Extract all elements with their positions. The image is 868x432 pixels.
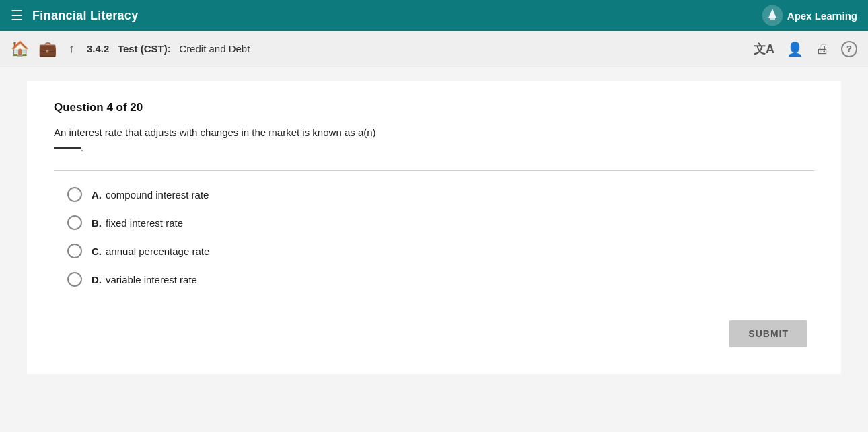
home-icon[interactable]: 🏠 bbox=[11, 40, 29, 58]
second-bar-left: 🏠 💼 ↑ 3.4.2 Test (CST): Credit and Debt bbox=[11, 40, 250, 58]
user-icon[interactable]: 👤 bbox=[787, 41, 803, 57]
submit-row: SUBMIT bbox=[54, 320, 814, 347]
option-d-text: variable interest rate bbox=[106, 274, 197, 285]
print-icon[interactable]: 🖨 bbox=[816, 41, 829, 57]
top-bar-left: ☰ Financial Literacy bbox=[11, 7, 138, 24]
main-content-area: Question 4 of 20 An interest rate that a… bbox=[27, 81, 841, 374]
toolbar-icons: 文A 👤 🖨 ? bbox=[754, 41, 857, 57]
option-b-label: B.fixed interest rate bbox=[92, 217, 183, 229]
option-a-letter: A. bbox=[92, 189, 102, 201]
breadcrumb-separator-icon: ↑ bbox=[69, 42, 75, 56]
question-text: An interest rate that adjusts with chang… bbox=[54, 125, 814, 155]
menu-icon[interactable]: ☰ bbox=[11, 7, 23, 24]
brand-logo: Apex Learning bbox=[762, 5, 857, 26]
period: . bbox=[81, 142, 83, 153]
option-b[interactable]: B.fixed interest rate bbox=[67, 215, 814, 230]
radio-d[interactable] bbox=[67, 272, 82, 287]
question-title: Question 4 of 20 bbox=[54, 101, 814, 114]
option-a[interactable]: A.compound interest rate bbox=[67, 187, 814, 202]
svg-rect-2 bbox=[770, 18, 775, 20]
breadcrumb-label: Test (CST): bbox=[118, 43, 171, 55]
radio-a[interactable] bbox=[67, 187, 82, 202]
option-a-text: compound interest rate bbox=[106, 189, 209, 201]
secondary-navigation-bar: 🏠 💼 ↑ 3.4.2 Test (CST): Credit and Debt … bbox=[0, 31, 868, 67]
option-b-letter: B. bbox=[92, 217, 102, 229]
brand-name: Apex Learning bbox=[787, 10, 857, 22]
breadcrumb-sublabel: Credit and Debt bbox=[179, 43, 250, 55]
option-d-label: D.variable interest rate bbox=[92, 274, 197, 285]
breadcrumb: 3.4.2 Test (CST): Credit and Debt bbox=[87, 43, 250, 55]
option-c-label: C.annual percentage rate bbox=[92, 246, 209, 257]
breadcrumb-section: 3.4.2 bbox=[87, 43, 109, 55]
submit-button[interactable]: SUBMIT bbox=[729, 320, 807, 347]
radio-b[interactable] bbox=[67, 215, 82, 230]
divider bbox=[54, 170, 814, 171]
option-a-label: A.compound interest rate bbox=[92, 189, 209, 201]
apex-logo-icon bbox=[762, 5, 783, 26]
answer-options: A.compound interest rate B.fixed interes… bbox=[54, 187, 814, 287]
blank-line bbox=[54, 147, 81, 149]
option-d-letter: D. bbox=[92, 274, 102, 285]
briefcase-icon[interactable]: 💼 bbox=[38, 40, 57, 58]
question-body: An interest rate that adjusts with chang… bbox=[54, 127, 376, 138]
top-navigation-bar: ☰ Financial Literacy Apex Learning bbox=[0, 0, 868, 31]
option-b-text: fixed interest rate bbox=[106, 217, 183, 229]
option-c-letter: C. bbox=[92, 246, 102, 257]
app-title: Financial Literacy bbox=[32, 9, 138, 23]
radio-c[interactable] bbox=[67, 244, 82, 258]
option-c-text: annual percentage rate bbox=[106, 246, 209, 257]
help-icon[interactable]: ? bbox=[841, 41, 857, 57]
option-d[interactable]: D.variable interest rate bbox=[67, 272, 814, 287]
option-c[interactable]: C.annual percentage rate bbox=[67, 244, 814, 258]
translate-icon[interactable]: 文A bbox=[754, 41, 774, 57]
